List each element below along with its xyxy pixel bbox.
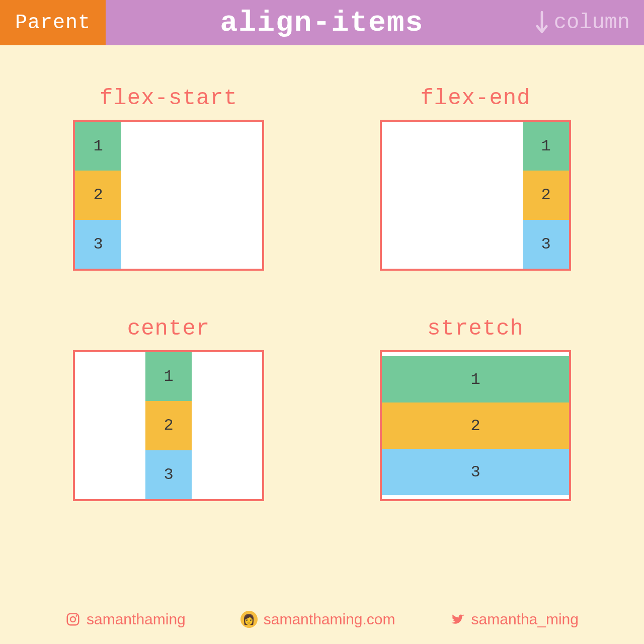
direction-indicator: column (535, 11, 630, 35)
footer: samanthaming 👩 samanthaming.com samantha… (0, 611, 644, 628)
flex-container: 1 2 3 (380, 350, 571, 501)
examples-grid: flex-start 1 2 3 flex-end 1 2 3 center 1… (0, 45, 644, 501)
flex-item: 3 (75, 220, 121, 269)
svg-point-2 (75, 615, 77, 617)
twitter-handle: samantha_ming (471, 611, 579, 628)
svg-point-1 (70, 617, 75, 622)
flex-item: 1 (382, 356, 569, 403)
scope-badge: Parent (0, 0, 106, 45)
arrow-down-icon (535, 11, 549, 35)
twitter-icon (450, 612, 465, 627)
flex-item: 2 (382, 403, 569, 449)
page-title: align-items (220, 7, 424, 39)
flex-item: 2 (145, 401, 192, 450)
example-label: stretch (427, 316, 524, 341)
flex-item: 2 (75, 171, 121, 219)
flex-item: 1 (523, 122, 569, 171)
instagram-icon (65, 612, 80, 627)
flex-item: 3 (145, 450, 192, 499)
twitter-link[interactable]: samantha_ming (450, 611, 579, 628)
direction-label: column (554, 11, 630, 35)
example-stretch: stretch 1 2 3 (367, 316, 584, 501)
instagram-link[interactable]: samanthaming (65, 611, 186, 628)
website-link[interactable]: 👩 samanthaming.com (240, 611, 395, 628)
flex-item: 2 (523, 171, 569, 219)
flex-item: 3 (523, 220, 569, 269)
flex-container: 1 2 3 (380, 120, 571, 271)
example-label: flex-end (420, 86, 530, 111)
example-center: center 1 2 3 (60, 316, 277, 501)
instagram-handle: samanthaming (87, 611, 186, 628)
example-label: flex-start (100, 86, 237, 111)
example-flex-end: flex-end 1 2 3 (367, 86, 584, 271)
example-label: center (127, 316, 210, 341)
flex-container: 1 2 3 (73, 120, 264, 271)
flex-item: 3 (382, 449, 569, 495)
example-flex-start: flex-start 1 2 3 (60, 86, 277, 271)
avatar-icon: 👩 (240, 611, 258, 628)
flex-item: 1 (145, 352, 192, 401)
flex-item: 1 (75, 122, 121, 171)
flex-container: 1 2 3 (73, 350, 264, 501)
header: Parent align-items column (0, 0, 644, 45)
website-url: samanthaming.com (264, 611, 395, 628)
